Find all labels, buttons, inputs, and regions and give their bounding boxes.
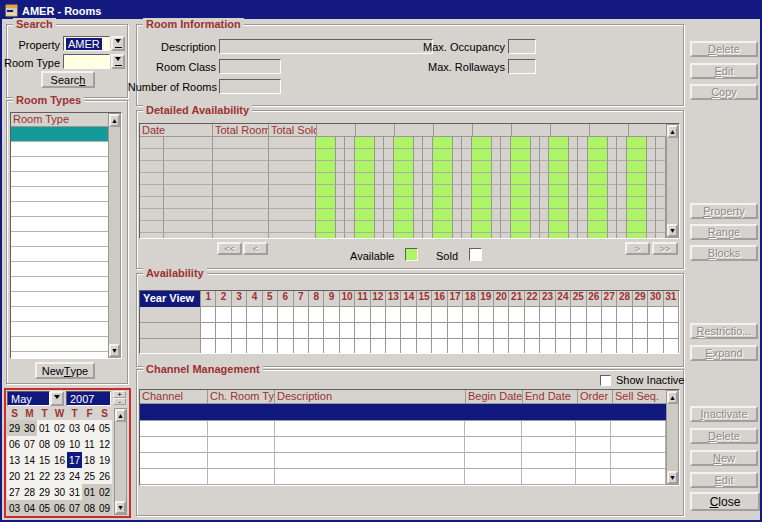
calendar-day[interactable]: 17 <box>67 452 82 468</box>
room-type-row[interactable] <box>11 187 108 202</box>
range-button[interactable]: Range <box>690 224 758 240</box>
calendar-day[interactable]: 12 <box>97 436 112 452</box>
calendar-day[interactable]: 30 <box>22 420 37 436</box>
calendar-day[interactable]: 16 <box>52 452 67 468</box>
calendar-day[interactable]: 30 <box>52 484 67 500</box>
calendar-day[interactable]: 05 <box>97 420 112 436</box>
calendar-day[interactable]: 21 <box>22 468 37 484</box>
calendar-day[interactable]: 11 <box>82 436 97 452</box>
calendar-day[interactable]: 20 <box>7 468 22 484</box>
calendar-day[interactable]: 09 <box>97 500 112 516</box>
room-type-row[interactable] <box>11 262 108 277</box>
close-button[interactable]: Close <box>690 492 760 511</box>
room-type-row[interactable] <box>11 202 108 217</box>
calendar-month-select[interactable]: May <box>7 391 50 406</box>
number-of-rooms-field[interactable] <box>219 79 281 94</box>
room-type-row[interactable] <box>11 157 108 172</box>
restriction-button[interactable]: Restrictio... <box>690 323 758 339</box>
scroll-up-icon[interactable]: ▲ <box>109 114 120 127</box>
calendar-day[interactable]: 26 <box>97 468 112 484</box>
calendar-day[interactable]: 03 <box>67 420 82 436</box>
scroll-up-icon[interactable]: ▲ <box>115 409 126 422</box>
room-type-lov-button[interactable] <box>111 54 125 69</box>
blocks-button[interactable]: Blocks <box>690 245 758 261</box>
room-type-row[interactable] <box>11 127 108 142</box>
edit-channel-button[interactable]: Edit <box>690 472 758 488</box>
delete-channel-button[interactable]: Delete <box>690 428 758 444</box>
calendar-day[interactable]: 29 <box>7 420 22 436</box>
room-class-field[interactable] <box>219 59 281 74</box>
calendar-day[interactable]: 10 <box>67 436 82 452</box>
calendar-day[interactable]: 24 <box>67 468 82 484</box>
calendar-day[interactable]: 31 <box>67 484 82 500</box>
channel-row[interactable] <box>140 453 666 469</box>
calendar-day[interactable]: 25 <box>82 468 97 484</box>
calendar-day[interactable]: 07 <box>22 436 37 452</box>
scroll-down-icon[interactable]: ▼ <box>109 344 120 357</box>
calendar-day[interactable]: 29 <box>37 484 52 500</box>
calendar-day[interactable]: 18 <box>82 452 97 468</box>
calendar-day[interactable]: 27 <box>7 484 22 500</box>
copy-room-button[interactable]: Copy <box>690 84 758 100</box>
scroll-down-icon[interactable]: ▼ <box>115 501 126 514</box>
room-type-row[interactable] <box>11 337 108 352</box>
property-lov-button[interactable] <box>111 36 125 51</box>
calendar-day[interactable]: 14 <box>22 452 37 468</box>
channel-table-scrollbar[interactable]: ▲ ▼ <box>666 390 679 485</box>
inactivate-button[interactable]: Inactivate <box>690 406 758 422</box>
calendar-day[interactable]: 03 <box>7 500 22 516</box>
max-rollaways-field[interactable] <box>508 59 536 74</box>
spinner-down-icon[interactable]: - <box>113 398 126 405</box>
calendar-month-dropdown-icon[interactable] <box>50 391 64 406</box>
calendar-day[interactable]: 06 <box>7 436 22 452</box>
room-type-row[interactable] <box>11 247 108 262</box>
calendar-day[interactable]: 13 <box>7 452 22 468</box>
channel-row[interactable] <box>140 437 666 453</box>
scroll-down-icon[interactable]: ▼ <box>667 224 678 237</box>
calendar-day[interactable]: 02 <box>97 484 112 500</box>
nav-last-button[interactable]: >> <box>652 242 678 255</box>
scroll-up-icon[interactable]: ▲ <box>667 391 678 404</box>
calendar-day[interactable]: 22 <box>37 468 52 484</box>
delete-room-button[interactable]: Delete <box>690 41 758 57</box>
calendar-day[interactable]: 02 <box>52 420 67 436</box>
calendar-day[interactable]: 01 <box>82 484 97 500</box>
show-inactive-checkbox[interactable] <box>600 375 611 386</box>
calendar-day[interactable]: 28 <box>22 484 37 500</box>
room-type-row[interactable] <box>11 232 108 247</box>
room-type-row[interactable] <box>11 172 108 187</box>
calendar-day[interactable]: 05 <box>37 500 52 516</box>
room-type-row[interactable] <box>11 322 108 337</box>
calendar-day[interactable]: 01 <box>37 420 52 436</box>
room-type-row[interactable] <box>11 292 108 307</box>
calendar-day[interactable]: 08 <box>82 500 97 516</box>
channel-row[interactable] <box>140 469 666 485</box>
room-type-input[interactable] <box>63 54 110 69</box>
search-button[interactable]: Search <box>41 71 95 88</box>
calendar-day[interactable]: 19 <box>97 452 112 468</box>
channel-row[interactable] <box>140 421 666 437</box>
nav-prev-button[interactable]: < <box>243 242 268 255</box>
year-view-cell[interactable]: Year View <box>140 291 201 307</box>
nav-first-button[interactable]: << <box>217 242 242 255</box>
calendar-day[interactable]: 07 <box>67 500 82 516</box>
calendar-day[interactable]: 06 <box>52 500 67 516</box>
channel-row-selected[interactable] <box>140 404 666 421</box>
calendar-day[interactable]: 15 <box>37 452 52 468</box>
room-types-scrollbar[interactable]: ▲ ▼ <box>108 113 121 358</box>
property-input[interactable]: AMER <box>63 36 110 51</box>
room-type-row[interactable] <box>11 217 108 232</box>
calendar-day[interactable]: 04 <box>82 420 97 436</box>
max-occupancy-field[interactable] <box>508 39 536 54</box>
calendar-year-spinner[interactable]: + - <box>113 391 126 406</box>
expand-button[interactable]: Expand <box>690 345 758 361</box>
detailed-availability-scrollbar[interactable]: ▲ ▼ <box>666 124 679 238</box>
description-field[interactable] <box>219 39 433 54</box>
calendar-day[interactable]: 23 <box>52 468 67 484</box>
scroll-down-icon[interactable]: ▼ <box>667 471 678 484</box>
new-channel-button[interactable]: New <box>690 450 758 466</box>
calendar-day[interactable]: 09 <box>52 436 67 452</box>
calendar-day[interactable]: 08 <box>37 436 52 452</box>
nav-next-button[interactable]: > <box>625 242 650 255</box>
new-type-button[interactable]: New Type <box>35 362 95 379</box>
